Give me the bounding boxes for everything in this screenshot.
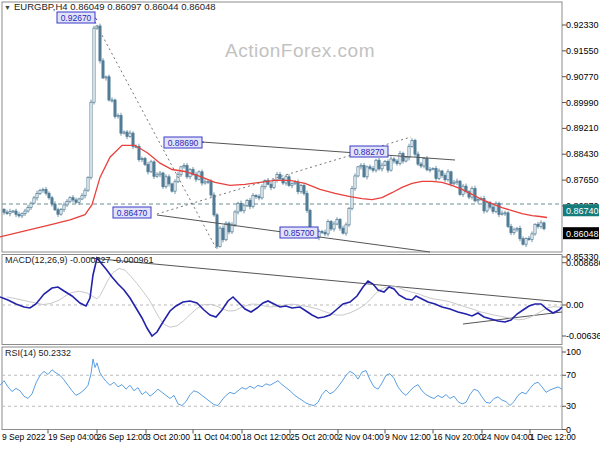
svg-text:70: 70 (566, 370, 576, 380)
svg-text:19 Sep 04:00: 19 Sep 04:00 (48, 432, 99, 442)
svg-text:0.88690: 0.88690 (168, 138, 199, 148)
rsi-line (0, 359, 562, 406)
svg-text:0.86470: 0.86470 (117, 208, 148, 218)
symbol-label: EURGBP,H4 (14, 1, 68, 12)
time-axis[interactable]: 9 Sep 202219 Sep 04:0026 Sep 12:003 Oct … (2, 430, 576, 443)
svg-text:0.85700: 0.85700 (284, 228, 315, 238)
svg-text:1 Dec 12:00: 1 Dec 12:00 (530, 432, 576, 442)
svg-text:25 Oct 20:00: 25 Oct 20:00 (290, 432, 339, 442)
collapse-arrow-icon[interactable]: ▼ (4, 4, 11, 11)
svg-text:0.92330: 0.92330 (566, 20, 599, 30)
svg-text:0.88270: 0.88270 (354, 147, 385, 157)
svg-text:30: 30 (566, 401, 576, 411)
svg-text:0.90770: 0.90770 (566, 72, 599, 82)
svg-text:0.89990: 0.89990 (566, 98, 599, 108)
svg-text:0.88430: 0.88430 (566, 149, 599, 159)
actionforex-watermark: ActionForex.com (0, 40, 600, 62)
svg-text:0.92670: 0.92670 (61, 13, 92, 23)
svg-text:0.86740: 0.86740 (566, 206, 599, 216)
svg-text:9 Nov 12:00: 9 Nov 12:00 (385, 432, 431, 442)
svg-text:0.89210: 0.89210 (566, 123, 599, 133)
svg-text:26 Sep 12:00: 26 Sep 12:00 (97, 432, 148, 442)
ohlc-high: 0.86097 (107, 1, 141, 12)
svg-text:0.00: 0.00 (566, 300, 584, 310)
svg-text:11 Oct 04:00: 11 Oct 04:00 (193, 432, 241, 442)
macd-indicator-label: MACD(12,26,9) -0.000327 -0.000961 (5, 255, 154, 265)
rsi-panel[interactable] (0, 359, 562, 406)
indicator-axes[interactable]: 0.0086860.00-0.00636610070300 (562, 258, 600, 435)
svg-text:9 Sep 2022: 9 Sep 2022 (2, 432, 46, 442)
rsi-indicator-label: RSI(14) 50.2332 (5, 348, 71, 358)
moving-average-line (0, 145, 547, 237)
svg-text:18 Oct 12:00: 18 Oct 12:00 (242, 432, 291, 442)
svg-text:0.86048: 0.86048 (566, 229, 599, 239)
svg-text:-0.006366: -0.006366 (566, 331, 600, 341)
ohlc-open: 0.86049 (70, 1, 104, 12)
macd-panel[interactable] (0, 258, 562, 336)
ohlc-close: 0.86048 (181, 1, 215, 12)
svg-text:100: 100 (566, 347, 581, 357)
panel-frames (2, 2, 562, 430)
svg-text:24 Nov 04:00: 24 Nov 04:00 (482, 432, 533, 442)
ohlc-low: 0.86044 (144, 1, 178, 12)
svg-text:16 Nov 20:00: 16 Nov 20:00 (433, 432, 484, 442)
svg-text:0.008686: 0.008686 (566, 258, 600, 268)
chart-window: 0.926700.886900.882700.864700.857000.923… (0, 0, 600, 450)
svg-text:3 Oct 20:00: 3 Oct 20:00 (146, 432, 190, 442)
svg-text:2 Nov 04:00: 2 Nov 04:00 (338, 432, 384, 442)
macd-main-line (0, 258, 562, 336)
chart-canvas[interactable]: 0.926700.886900.882700.864700.857000.923… (0, 0, 600, 450)
svg-text:0.87650: 0.87650 (566, 175, 599, 185)
symbol-ohlc-readout: ▼EURGBP,H4 0.86049 0.86097 0.86044 0.860… (4, 1, 216, 12)
